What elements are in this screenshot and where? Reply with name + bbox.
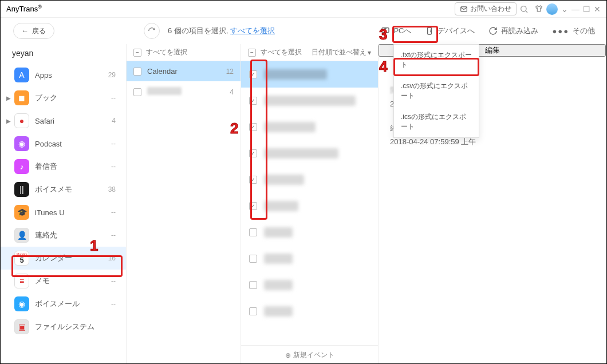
back-button[interactable]: ← 戻る — [13, 23, 54, 39]
sidebar-item-count: -- — [111, 231, 116, 239]
sidebar-item-count: -- — [111, 300, 116, 308]
sidebar-item[interactable]: 🎓iTunes U-- — [1, 201, 126, 224]
event-row[interactable] — [241, 140, 378, 167]
device-icon — [425, 26, 434, 35]
sidebar-item-label: 着信音 — [35, 161, 111, 172]
export-dropdown: .txtの形式にエクスポート .csvの形式にエクスポート .icsの形式にエク… — [393, 44, 479, 138]
event-row[interactable] — [241, 88, 378, 114]
col1-select-all-label: すべてを選択 — [146, 48, 187, 57]
close-button[interactable]: ✕ — [594, 5, 601, 14]
reload-button[interactable]: 再読み込み — [484, 23, 543, 38]
sidebar-item-count: -- — [111, 140, 116, 148]
tshirt-icon[interactable] — [533, 3, 545, 15]
export-csv-item[interactable]: .csvの形式にエクスポート — [394, 76, 479, 106]
sort-dropdown[interactable]: 日付順で並べ替え ▾ — [312, 48, 371, 57]
sidebar-item-label: Apps — [35, 71, 108, 80]
calendar-label — [147, 87, 224, 97]
export-pc-button[interactable]: PCへ — [376, 23, 416, 38]
app-icon: ▣ — [14, 319, 29, 334]
event-row[interactable] — [241, 219, 378, 246]
arrow-left-icon: ← — [22, 27, 29, 35]
export-txt-item[interactable]: .txtの形式にエクスポート — [394, 45, 479, 76]
sidebar-item-label: Podcast — [35, 140, 111, 148]
sidebar-item[interactable]: ≡メモ-- — [1, 270, 126, 292]
sidebar-item-count: -- — [111, 163, 116, 171]
event-checkbox[interactable] — [249, 123, 257, 131]
app-icon: Monday5 — [14, 251, 29, 266]
event-checkbox[interactable] — [249, 176, 257, 184]
dropdown-chevron[interactable]: ⌄ — [561, 5, 568, 14]
more-button[interactable]: ●●● その他 — [547, 23, 600, 38]
sidebar-item-count: 16 — [108, 254, 116, 262]
app-brand: AnyTrans® — [6, 4, 42, 13]
sidebar-item-label: ボイスメール — [35, 299, 111, 309]
sidebar-item[interactable]: ▣ファイルシステム — [1, 315, 126, 338]
app-icon: || — [14, 182, 29, 197]
event-checkbox[interactable] — [249, 228, 257, 236]
sidebar-item[interactable]: ♪着信音-- — [1, 155, 126, 178]
sidebar-item-label: iTunes U — [35, 208, 111, 217]
sidebar-item[interactable]: 👤連絡先-- — [1, 224, 126, 247]
dots-icon: ●●● — [552, 27, 569, 35]
contact-button[interactable]: お問い合わせ — [455, 2, 517, 15]
minimize-button[interactable]: — — [571, 5, 580, 14]
selection-info: 6 個の項目を選択, すべてを選択 — [168, 26, 275, 36]
new-event-button[interactable]: ⊕ 新規イベント — [241, 345, 378, 364]
sidebar-item-count: -- — [111, 94, 116, 102]
event-title-blurred — [264, 122, 316, 132]
event-checkbox[interactable] — [249, 307, 257, 315]
app-icon: ◉ — [14, 136, 29, 151]
sidebar-item-count: 38 — [108, 185, 116, 193]
col1-checkbox-all[interactable] — [133, 49, 141, 57]
app-icon: A — [14, 68, 29, 82]
event-row[interactable] — [241, 246, 378, 272]
event-title-blurred — [264, 201, 298, 211]
sidebar-item-label: ファイルシステム — [35, 322, 116, 332]
user-avatar[interactable] — [546, 3, 558, 15]
col2-checkbox-all[interactable] — [248, 49, 256, 57]
event-title-blurred — [264, 69, 327, 80]
sidebar-item[interactable]: ||ボイスメモ38 — [1, 178, 126, 201]
event-checkbox[interactable] — [249, 70, 257, 78]
event-row[interactable] — [241, 61, 378, 88]
event-row[interactable] — [241, 114, 378, 140]
search-icon[interactable] — [518, 3, 530, 15]
event-row[interactable] — [241, 167, 378, 193]
sidebar-item-label: Safari — [35, 117, 112, 125]
export-ics-item[interactable]: .icsの形式にエクスポート — [394, 106, 479, 137]
event-title-blurred — [264, 96, 356, 106]
select-all-link[interactable]: すべてを選択 — [230, 26, 275, 35]
event-checkbox[interactable] — [249, 149, 257, 157]
sidebar-item[interactable]: Monday5カレンダー16 — [1, 247, 126, 270]
event-checkbox[interactable] — [249, 202, 257, 210]
event-checkbox[interactable] — [249, 97, 257, 105]
calendar-row[interactable]: 4 — [127, 81, 241, 102]
sidebar-item-count: -- — [111, 208, 116, 216]
sidebar-item[interactable]: ▶◼ブック-- — [1, 86, 126, 109]
row-checkbox[interactable] — [133, 68, 141, 76]
row-checkbox[interactable] — [133, 88, 141, 96]
calendar-count: 12 — [226, 68, 234, 76]
event-row[interactable] — [241, 298, 378, 325]
event-row[interactable] — [241, 193, 378, 219]
sidebar-item-count: 4 — [112, 117, 116, 125]
refresh-small-button[interactable] — [144, 23, 160, 39]
sidebar-item[interactable]: AApps29 — [1, 64, 126, 86]
sidebar-item[interactable]: ▶●Safari4 — [1, 109, 126, 132]
sidebar-item[interactable]: ◉ボイスメール-- — [1, 292, 126, 315]
app-icon: ◉ — [14, 296, 29, 311]
calendar-row[interactable]: Calendar12 — [127, 61, 241, 81]
app-icon: 🎓 — [14, 205, 29, 220]
maximize-button[interactable]: ☐ — [583, 5, 590, 14]
event-checkbox[interactable] — [249, 255, 257, 263]
refresh-icon — [148, 27, 156, 35]
event-row[interactable] — [241, 272, 378, 298]
chevron-down-icon: ▾ — [368, 49, 371, 57]
svg-point-1 — [521, 6, 526, 11]
event-checkbox[interactable] — [249, 281, 257, 289]
calendar-count: 4 — [230, 88, 234, 96]
event-title-blurred — [264, 280, 293, 290]
sidebar-item[interactable]: ◉Podcast-- — [1, 132, 126, 155]
export-device-button[interactable]: デバイスへ — [420, 23, 479, 38]
event-list-column: すべてを選択 日付順で並べ替え ▾ ⊕ 新規イベント — [241, 44, 379, 364]
